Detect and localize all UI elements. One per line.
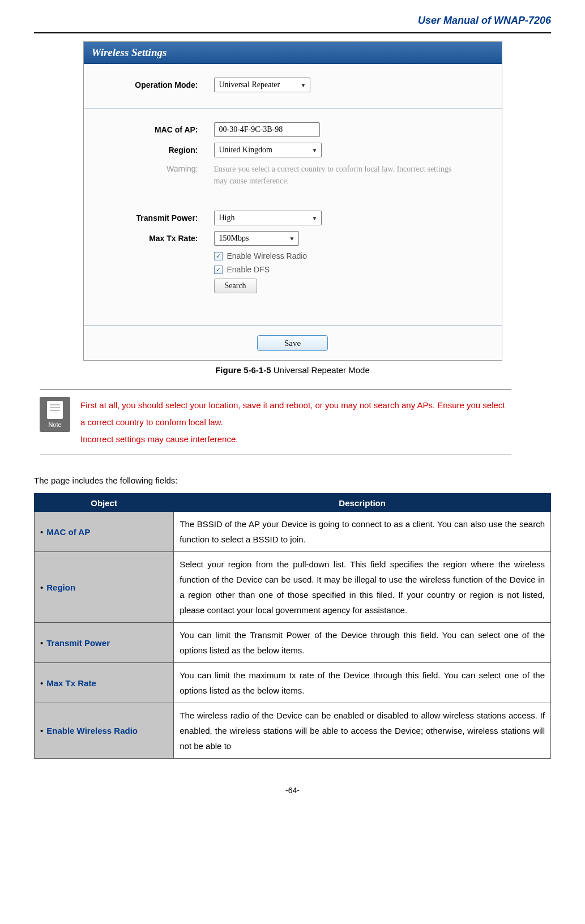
panel-title: Wireless Settings — [84, 42, 502, 64]
enable-dfs-checkbox[interactable]: ✓ — [214, 266, 223, 274]
object-label: Enable Wireless Radio — [46, 726, 138, 735]
table-row: •Transmit Power You can limit the Transm… — [35, 623, 551, 663]
description-cell: The wireless radio of the Device can be … — [174, 703, 551, 759]
object-label: Region — [46, 583, 75, 592]
chevron-down-icon: ▼ — [301, 82, 306, 88]
col-header-object: Object — [35, 494, 174, 512]
section-operation-mode: Operation Mode: Universal Repeater ▼ — [84, 64, 502, 109]
table-row: •Enable Wireless Radio The wireless radi… — [35, 703, 551, 759]
mac-input[interactable] — [214, 122, 320, 137]
figure-text: Universal Repeater Mode — [271, 365, 370, 375]
object-label: Transmit Power — [46, 638, 110, 648]
row-enable-radio: ✓ Enable Wireless Radio — [214, 251, 490, 260]
header-rule — [34, 32, 551, 33]
label-tx-power: Transmit Power: — [95, 213, 214, 223]
note-line2: Incorrect settings may cause interferenc… — [80, 434, 238, 444]
object-label: Max Tx Rate — [46, 678, 96, 688]
row-warning: Warning: Ensure you select a correct cou… — [95, 163, 490, 187]
object-cell: •Transmit Power — [35, 623, 174, 663]
chevron-down-icon: ▼ — [312, 215, 318, 221]
note-text: First at all, you should select your loc… — [80, 397, 511, 448]
row-tx-power: Transmit Power: High ▼ — [95, 211, 490, 225]
description-cell: The BSSID of the AP your Device is going… — [174, 512, 551, 552]
label-warning: Warning: — [95, 163, 214, 173]
row-mac: MAC of AP: — [95, 122, 490, 137]
tx-power-select[interactable]: High ▼ — [214, 211, 322, 225]
enable-radio-label: Enable Wireless Radio — [227, 251, 308, 260]
description-cell: You can limit the Transmit Power of the … — [174, 623, 551, 663]
search-button[interactable]: Search — [214, 279, 257, 293]
fields-table: Object Description •MAC of AP The BSSID … — [34, 493, 551, 759]
chevron-down-icon: ▼ — [289, 236, 295, 242]
operation-mode-value: Universal Repeater — [219, 80, 280, 89]
enable-dfs-label: Enable DFS — [227, 265, 270, 274]
wireless-settings-panel: Wireless Settings Operation Mode: Univer… — [83, 41, 502, 361]
object-cell: •Max Tx Rate — [35, 663, 174, 703]
label-mac: MAC of AP: — [95, 125, 214, 134]
col-header-description: Description — [174, 494, 551, 512]
section-main: MAC of AP: Region: United Kingdom ▼ — [84, 109, 502, 326]
row-operation-mode: Operation Mode: Universal Repeater ▼ — [95, 78, 490, 92]
row-max-rate: Max Tx Rate: 150Mbps ▼ — [95, 231, 490, 246]
object-label: MAC of AP — [46, 527, 90, 537]
region-select[interactable]: United Kingdom ▼ — [214, 143, 322, 157]
description-cell: You can limit the maximum tx rate of the… — [174, 663, 551, 703]
description-cell: Select your region from the pull-down li… — [174, 552, 551, 623]
page-header-title: User Manual of WNAP-7206 — [34, 11, 551, 32]
object-cell: •Region — [35, 552, 174, 623]
note-paper-icon — [47, 401, 63, 419]
table-row: •Region Select your region from the pull… — [35, 552, 551, 623]
chevron-down-icon: ▼ — [312, 147, 318, 153]
figure-number: Figure 5-6-1-5 — [215, 365, 271, 375]
row-search: Search — [214, 279, 490, 293]
row-enable-dfs: ✓ Enable DFS — [214, 265, 490, 274]
save-button[interactable]: Save — [257, 335, 328, 351]
row-region: Region: United Kingdom ▼ — [95, 143, 490, 157]
region-value: United Kingdom — [219, 146, 273, 155]
screenshot-container: Wireless Settings Operation Mode: Univer… — [83, 41, 502, 375]
object-cell: •Enable Wireless Radio — [35, 703, 174, 759]
max-rate-value: 150Mbps — [219, 234, 249, 243]
note-icon: Note — [40, 397, 70, 432]
save-bar: Save — [84, 326, 502, 360]
label-region: Region: — [95, 146, 214, 155]
table-row: •Max Tx Rate You can limit the maximum t… — [35, 663, 551, 703]
table-row: •MAC of AP The BSSID of the AP your Devi… — [35, 512, 551, 552]
note-line1: First at all, you should select your loc… — [80, 400, 505, 427]
object-cell: •MAC of AP — [35, 512, 174, 552]
warning-text: Ensure you select a correct country to c… — [214, 163, 452, 187]
page-number: -64- — [34, 786, 551, 795]
panel-body: Operation Mode: Universal Repeater ▼ MAC… — [84, 64, 502, 360]
figure-caption: Figure 5-6-1-5 Universal Repeater Mode — [83, 365, 502, 375]
enable-radio-checkbox[interactable]: ✓ — [214, 252, 223, 260]
operation-mode-select[interactable]: Universal Repeater ▼ — [214, 78, 310, 92]
label-max-rate: Max Tx Rate: — [95, 234, 214, 243]
intro-line: The page includes the following fields: — [34, 476, 551, 485]
note-icon-label: Note — [48, 421, 61, 428]
tx-power-value: High — [219, 213, 235, 223]
note-block: Note First at all, you should select you… — [40, 390, 511, 455]
label-operation-mode: Operation Mode: — [95, 80, 214, 89]
max-rate-select[interactable]: 150Mbps ▼ — [214, 231, 299, 246]
